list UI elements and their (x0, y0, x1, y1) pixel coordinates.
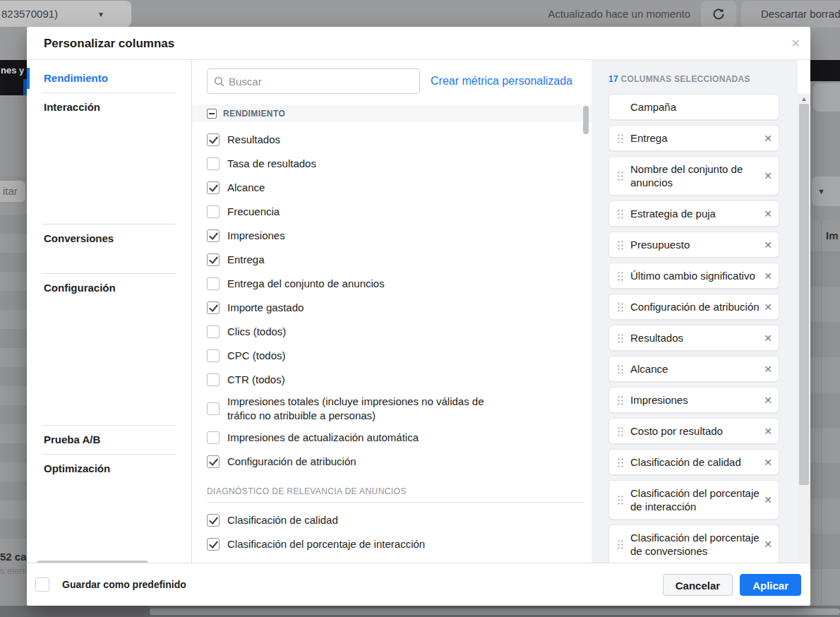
remove-column-icon[interactable]: ✕ (764, 208, 772, 220)
metric-row[interactable]: Frecuencia (192, 200, 592, 224)
close-icon[interactable]: ✕ (791, 27, 800, 60)
metric-row[interactable]: Tasa de resultados (192, 152, 592, 176)
cancel-button[interactable]: Cancelar (663, 574, 733, 596)
selected-column-card[interactable]: Nombre del conjunto de anuncios ✕ (608, 156, 779, 196)
sidebar-category[interactable]: Optimización (27, 458, 191, 479)
save-preset-checkbox[interactable] (35, 577, 49, 592)
selected-column-card[interactable]: Clasificación del porcentaje de interacc… (608, 480, 779, 520)
metric-row[interactable]: Configuración de atribución (192, 450, 592, 474)
metric-row[interactable]: Clics (todos) (192, 320, 592, 344)
selected-column-card[interactable]: Resultados ✕ (608, 325, 779, 351)
selected-column-card[interactable]: Impresiones ✕ (608, 387, 779, 413)
selected-column-card[interactable]: Alcance ✕ (608, 356, 779, 382)
modal-vscrollbar[interactable]: ▲ ▼ (798, 93, 810, 596)
sidebar-subcategory[interactable] (27, 138, 191, 159)
drag-handle-icon[interactable] (617, 171, 624, 181)
apply-button[interactable]: Aplicar (740, 574, 801, 596)
metric-checkbox[interactable] (207, 133, 220, 146)
selected-column-card[interactable]: Clasificación del porcentaje de conversi… (608, 525, 779, 563)
selected-column-card[interactable]: Estrategia de puja ✕ (608, 200, 779, 227)
remove-column-icon[interactable]: ✕ (764, 169, 772, 182)
metric-checkbox[interactable] (207, 402, 220, 415)
metric-row[interactable]: Resultados (192, 128, 592, 152)
remove-column-icon[interactable]: ✕ (764, 270, 772, 282)
scroll-up-icon[interactable]: ▲ (798, 95, 810, 102)
remove-column-icon[interactable]: ✕ (764, 301, 772, 313)
metric-checkbox[interactable] (207, 205, 220, 218)
drag-handle-icon[interactable] (617, 426, 624, 436)
sidebar-category[interactable]: Rendimiento (27, 68, 191, 89)
sidebar-subcategory[interactable] (27, 299, 191, 319)
search-input[interactable] (229, 70, 416, 92)
sidebar-subcategory[interactable] (27, 319, 191, 340)
remove-column-icon[interactable]: ✕ (764, 332, 772, 345)
drag-handle-icon[interactable] (617, 240, 624, 250)
metric-row[interactable]: Impresiones (192, 224, 592, 248)
metric-row[interactable]: Entrega (192, 248, 592, 272)
remove-column-icon[interactable]: ✕ (764, 493, 772, 506)
drag-handle-icon[interactable] (617, 133, 624, 143)
sidebar-subcategory[interactable] (27, 179, 191, 200)
metric-row[interactable]: Entrega del conjunto de anuncios (192, 272, 592, 296)
metrics-scrollbar-thumb[interactable] (583, 106, 589, 134)
sidebar-subcategory[interactable] (27, 340, 191, 360)
sidebar-subcategory[interactable] (27, 381, 191, 401)
metric-checkbox[interactable] (207, 514, 220, 527)
drag-handle-icon[interactable] (617, 271, 624, 281)
sidebar-subcategory[interactable] (27, 401, 191, 421)
metric-checkbox[interactable] (207, 181, 220, 194)
remove-column-icon[interactable]: ✕ (764, 132, 772, 145)
selected-column-card[interactable]: Clasificación de calidad ✕ (608, 449, 779, 475)
metric-checkbox[interactable] (207, 455, 220, 468)
drag-handle-icon[interactable] (617, 302, 624, 312)
metric-checkbox[interactable] (207, 229, 220, 242)
metric-row[interactable]: Impresiones de actualización automática (192, 426, 592, 450)
drag-handle-icon[interactable] (617, 209, 624, 219)
sidebar-category[interactable]: Prueba A/B (27, 429, 191, 450)
drag-handle-icon[interactable] (617, 364, 624, 374)
remove-column-icon[interactable]: ✕ (764, 363, 772, 376)
sidebar-subcategory[interactable] (27, 249, 191, 270)
sidebar-category[interactable]: Configuración (27, 277, 191, 299)
metric-row[interactable]: CTR (todos) (192, 368, 592, 392)
metric-row[interactable]: Impresiones totales (incluye impresiones… (192, 392, 592, 426)
metric-row[interactable]: Importe gastado (192, 296, 592, 320)
remove-column-icon[interactable]: ✕ (764, 538, 772, 551)
sidebar-category[interactable]: Interacción (27, 97, 191, 118)
drag-handle-icon[interactable] (617, 539, 624, 549)
drag-handle-icon[interactable] (617, 333, 624, 343)
metric-checkbox[interactable] (207, 431, 220, 444)
metric-checkbox[interactable] (207, 349, 220, 362)
metric-checkbox[interactable] (207, 373, 220, 386)
sidebar-subcategory[interactable] (27, 360, 191, 381)
drag-handle-icon[interactable] (617, 457, 624, 467)
collapse-minus-icon[interactable] (207, 109, 217, 119)
drag-handle-icon[interactable] (617, 495, 624, 505)
metric-checkbox[interactable] (207, 538, 220, 551)
metric-row[interactable]: Clasificación del porcentaje de interacc… (192, 532, 592, 556)
drag-handle-icon[interactable] (617, 395, 624, 405)
metric-checkbox[interactable] (207, 301, 220, 314)
remove-column-icon[interactable]: ✕ (764, 394, 772, 407)
discard-draft-button[interactable]: Descartar borrad (741, 1, 840, 28)
selected-column-card[interactable]: Presupuesto ✕ (608, 232, 779, 258)
metric-checkbox[interactable] (207, 277, 220, 290)
remove-column-icon[interactable]: ✕ (764, 239, 772, 251)
remove-column-icon[interactable]: ✕ (764, 425, 772, 438)
sidebar-subcategory[interactable] (27, 118, 191, 138)
metric-checkbox[interactable] (207, 325, 220, 338)
sidebar-category[interactable]: Conversiones (27, 228, 191, 249)
hscrollbar-thumb[interactable] (150, 609, 840, 615)
selected-column-card[interactable]: Último cambio significativo ✕ (608, 263, 779, 289)
metric-row[interactable]: Clasificación de calidad (192, 508, 592, 532)
selected-column-card[interactable]: Costo por resultado ✕ (608, 418, 779, 444)
sidebar-subcategory[interactable] (27, 159, 191, 179)
selected-column-card[interactable]: Entrega ✕ (608, 125, 779, 151)
create-custom-metric-link[interactable]: Crear métrica personalizada (431, 60, 572, 104)
metric-row[interactable]: Alcance (192, 176, 592, 200)
metric-checkbox[interactable] (207, 157, 220, 170)
selected-column-card[interactable]: Configuración de atribución ✕ (608, 294, 779, 320)
modal-vscrollbar-thumb[interactable] (799, 104, 809, 485)
metric-row[interactable]: CPC (todos) (192, 344, 592, 368)
remove-column-icon[interactable]: ✕ (764, 456, 772, 469)
